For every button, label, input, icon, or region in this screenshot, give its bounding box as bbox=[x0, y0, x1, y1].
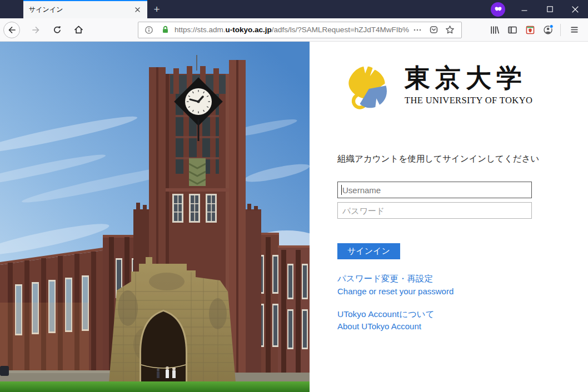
close-icon[interactable] bbox=[562, 0, 588, 18]
toolbar-separator bbox=[560, 24, 561, 36]
url-path: /adfs/ls/?SAMLRequest=hZJdT4MwFIb% bbox=[272, 26, 409, 34]
signin-heading: 組織アカウントを使用してサインインしてください bbox=[337, 153, 539, 165]
navigation-toolbar: https://sts.adm.u-tokyo.ac.jp/adfs/ls/?S… bbox=[0, 18, 588, 42]
titlebar-drag-area bbox=[166, 0, 491, 18]
home-icon[interactable] bbox=[70, 22, 87, 38]
url-domain: u-tokyo.ac.jp bbox=[226, 26, 272, 34]
logo-text: 東京大学 THE UNIVERSITY OF TOKYO bbox=[405, 62, 532, 106]
page-content: 東京大学 THE UNIVERSITY OF TOKYO 組織アカウントを使用し… bbox=[0, 42, 588, 392]
url-text[interactable]: https://sts.adm.u-tokyo.ac.jp/adfs/ls/?S… bbox=[175, 26, 411, 34]
new-tab-button[interactable]: + bbox=[147, 0, 166, 18]
titlebar-space bbox=[0, 0, 23, 18]
signin-button[interactable]: サインイン bbox=[337, 243, 400, 259]
account-icon[interactable] bbox=[540, 22, 556, 38]
menu-icon[interactable] bbox=[566, 22, 582, 38]
tab-title: サインイン bbox=[29, 5, 132, 14]
about-account-link-en[interactable]: About UTokyo Account bbox=[337, 321, 421, 331]
url-bar[interactable]: https://sts.adm.u-tokyo.ac.jp/adfs/ls/?S… bbox=[138, 22, 462, 38]
url-protocol: https://sts.adm. bbox=[175, 26, 226, 34]
minimize-icon[interactable] bbox=[511, 0, 537, 18]
extension-icon[interactable] bbox=[522, 22, 539, 38]
yasuda-auditorium-illustration bbox=[0, 42, 310, 392]
maximize-icon[interactable] bbox=[537, 0, 562, 18]
password-reset-link-en[interactable]: Change or reset your password bbox=[337, 287, 454, 296]
page-actions-icon[interactable] bbox=[411, 24, 423, 36]
signin-panel: 東京大学 THE UNIVERSITY OF TOKYO 組織アカウントを使用し… bbox=[310, 42, 588, 392]
campus-photo bbox=[0, 42, 310, 392]
logo-kanji: 東京大学 bbox=[405, 64, 532, 93]
lock-icon bbox=[159, 24, 171, 36]
reload-icon[interactable] bbox=[49, 22, 66, 38]
sidebar-icon[interactable] bbox=[504, 22, 521, 38]
password-input[interactable] bbox=[337, 202, 532, 219]
close-tab-icon[interactable] bbox=[132, 4, 143, 16]
ginkgo-leaf-icon bbox=[340, 62, 393, 115]
info-icon[interactable] bbox=[143, 24, 155, 36]
browser-window: サインイン + bbox=[0, 0, 588, 392]
password-reset-link-jp[interactable]: パスワード変更・再設定 bbox=[337, 273, 433, 285]
library-icon[interactable] bbox=[486, 22, 503, 38]
forward-icon[interactable] bbox=[28, 22, 44, 38]
pocket-icon[interactable] bbox=[427, 24, 440, 36]
titlebar: サインイン + bbox=[0, 0, 588, 18]
back-icon[interactable] bbox=[3, 22, 20, 38]
bookmark-star-icon[interactable] bbox=[444, 24, 456, 36]
username-input[interactable] bbox=[337, 182, 532, 198]
logo-english: THE UNIVERSITY OF TOKYO bbox=[405, 95, 532, 106]
about-account-link-jp[interactable]: UTokyo Accountについて bbox=[337, 309, 435, 320]
private-browsing-mask-icon bbox=[491, 2, 505, 17]
utokyo-logo: 東京大学 THE UNIVERSITY OF TOKYO bbox=[340, 62, 532, 115]
tab-signin[interactable]: サインイン bbox=[23, 0, 147, 18]
toolbar-icons bbox=[485, 22, 582, 38]
text-caret bbox=[341, 185, 342, 195]
